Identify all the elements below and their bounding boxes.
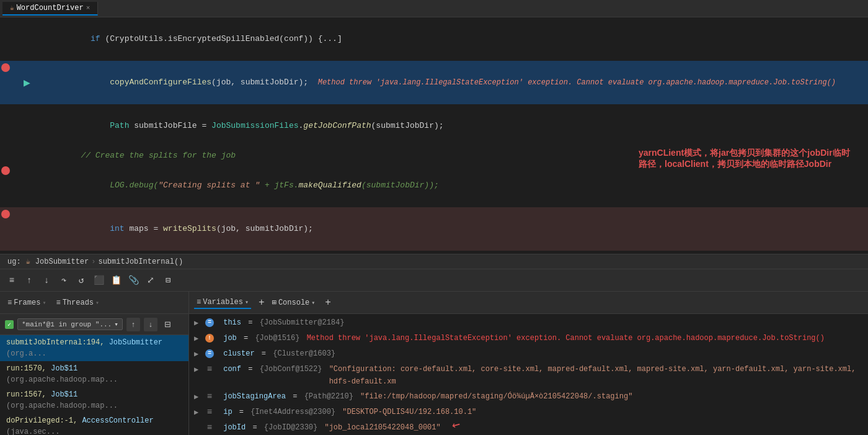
frame-item-1[interactable]: run:1570, Job$11 (org.apache.hadoop.map.…	[0, 361, 188, 387]
frame-item-0[interactable]: submitJobInternal:194, JobSubmitter (org…	[0, 335, 188, 361]
var-expander-job[interactable]: ▶	[194, 333, 203, 345]
breadcrumb-bar: ug: ☕ JobSubmitter › submitJobInternal()	[0, 254, 868, 269]
var-eq-ip: =	[235, 406, 249, 418]
code-content-highlighted: copyAndConfigureFiles(job, submitJobDir)…	[37, 61, 868, 104]
var-expander-this[interactable]: ▶	[194, 317, 203, 330]
code-line-7: conf.setInt(MRJobConfig.NUM_MAPS, maps);	[0, 251, 868, 254]
frames-tabs: ≡ Frames ▾ ≡ Threads ▾	[5, 297, 102, 308]
frames-toolbar: ≡ Frames ▾ ≡ Threads ▾	[0, 292, 188, 314]
var-item-this[interactable]: ▶ = this = {JobSubmitter@2184}	[189, 315, 868, 331]
code-line-1: if (CryptoUtils.isEncryptedSpillEnabled(…	[0, 17, 868, 61]
editor-tab-label: WordCountDriver	[17, 4, 84, 12]
var-item-cluster[interactable]: ▶ = cluster = {Cluster@1603}	[189, 346, 868, 362]
console-tab[interactable]: ⊞ Console ▾	[270, 297, 318, 308]
var-item-ip[interactable]: ▶ ≡ ip = {Inet4Address@2300} "DESKTOP-QD…	[189, 405, 868, 420]
var-item-jobid[interactable]: ▶ ≡ jobId = {JobID@2330} "job_local21054…	[189, 420, 868, 435]
var-error-job: Method threw 'java.lang.IllegalStateExce…	[307, 332, 825, 344]
code-content-7: conf.setInt(MRJobConfig.NUM_MAPS, maps);	[37, 251, 868, 254]
line-number-7	[0, 251, 36, 254]
debug-icon-extra1[interactable]: ⤢	[144, 274, 157, 287]
var-ref-jobid: {JobID@2330}	[264, 421, 322, 434]
code-content-3: Path submitJobFile = JobSubmissionFiles.…	[37, 104, 868, 148]
var-icon-conf: ≡	[205, 365, 214, 374]
breadcrumb-class: JobSubmitter	[35, 258, 89, 266]
debug-icon-refresh[interactable]: ↺	[74, 274, 88, 287]
var-icon-jobstaging: ≡	[205, 392, 214, 401]
variables-list: ▶ = this = {JobSubmitter@2184} ▶ ! job =…	[189, 314, 868, 435]
var-add-btn[interactable]: +	[259, 297, 265, 308]
debug-icon-step-over[interactable]: ↷	[57, 274, 71, 287]
var-icon-jobid: ≡	[205, 423, 214, 432]
line-number-5	[0, 164, 36, 177]
group-selector[interactable]: *main*@1 in group "... ▾	[17, 318, 123, 330]
variables-tab-label: Variables	[203, 298, 243, 307]
console-tab-label: Console	[278, 298, 309, 307]
variables-toolbar: ≡ Variables ▾ + ⊞ Console ▾ +	[189, 292, 868, 314]
active-indicator: ✓	[5, 320, 14, 329]
frame-item-2[interactable]: run:1567, Job$11 (org.apache.hadoop.map.…	[0, 387, 188, 413]
group-selector-text: *main*@1 in group "...	[22, 321, 112, 328]
line-number-2	[0, 61, 36, 74]
var-eq-job: =	[239, 332, 253, 344]
var-icon-job: !	[205, 334, 214, 343]
debug-icon-extra2[interactable]: ⊟	[161, 274, 175, 287]
var-name-jobid: jobId	[223, 421, 246, 434]
debug-icon-copy[interactable]: 📋	[109, 274, 123, 287]
line-number-1	[0, 17, 36, 31]
breakpoint-6	[1, 210, 10, 218]
debug-icon-down[interactable]: ↓	[40, 274, 53, 287]
nav-up-btn[interactable]: ↑	[126, 318, 140, 331]
var-ref-this: {JobSubmitter@2184}	[260, 316, 345, 329]
var-icon-cluster: =	[205, 349, 214, 358]
var-item-conf[interactable]: ▶ ≡ conf = {JobConf@1522} "Configuration…	[189, 362, 868, 389]
nav-down-btn[interactable]: ↓	[144, 318, 157, 331]
var-name-cluster: cluster	[223, 348, 254, 360]
code-content-5: LOG.debug("Creating splits at " + jtFs.m…	[37, 164, 868, 207]
var-expander-conf[interactable]: ▶	[194, 364, 203, 376]
var-icon-ip: ≡	[205, 408, 214, 416]
console-add-btn[interactable]: +	[325, 297, 331, 308]
frames-controls: ✓ *main*@1 in group "... ▾ ↑ ↓ ⊟	[0, 314, 188, 335]
var-eq-conf: =	[244, 363, 257, 375]
var-expander-jobstaging[interactable]: ▶	[194, 391, 203, 403]
var-str-jobstaging: "file:/tmp/hadoop/mapred/staging/Óö¾úµÄ×…	[360, 390, 632, 403]
var-name-ip: ip	[223, 406, 232, 418]
breadcrumb-separator-2: ›	[91, 258, 95, 266]
var-ref-conf: {JobConf@1522}	[260, 363, 327, 375]
var-expander-cluster[interactable]: ▶	[194, 348, 203, 361]
line-number-6	[0, 207, 36, 221]
var-name-job: job	[223, 332, 237, 344]
var-ref-jobstaging: {Path@2210}	[304, 390, 358, 403]
debug-icon-menu[interactable]: ≡	[5, 274, 19, 287]
code-line-4: // Create the splits for the job	[0, 148, 868, 164]
threads-tab[interactable]: ≡ Threads ▾	[53, 297, 102, 308]
frames-tab[interactable]: ≡ Frames ▾	[5, 297, 48, 308]
frames-tab-label: Frames	[14, 298, 40, 307]
filter-btn[interactable]: ⊟	[161, 318, 175, 331]
debug-icon-stop[interactable]: ⬛	[92, 274, 105, 287]
var-expander-ip[interactable]: ▶	[194, 406, 203, 419]
code-content-1: if (CryptoUtils.isEncryptedSpillEnabled(…	[37, 17, 868, 61]
var-eq-jobid: =	[248, 421, 262, 434]
code-line-3: Path submitJobFile = JobSubmissionFiles.…	[0, 104, 868, 148]
var-eq-cluster: =	[257, 348, 271, 360]
var-item-jobstaging[interactable]: ▶ ≡ jobStagingArea = {Path@2210} "file:/…	[189, 389, 868, 405]
error-inline: Method threw 'java.lang.IllegalStateExce…	[318, 78, 836, 87]
breadcrumb-debugger-label: ug:	[7, 258, 21, 266]
frames-panel: ≡ Frames ▾ ≡ Threads ▾ ✓ *main*@1 in gro…	[0, 292, 189, 435]
code-line-highlighted: copyAndConfigureFiles(job, submitJobDir)…	[0, 61, 868, 104]
editor-tab-wordcountdriver[interactable]: ☕ WordCountDriver ×	[2, 2, 98, 16]
var-eq-this: =	[244, 316, 257, 329]
code-line-6: int maps = writeSplits(job, submitJobDir…	[0, 207, 868, 251]
var-eq-jobstaging: =	[288, 390, 302, 403]
debug-icon-pin[interactable]: 📎	[126, 274, 140, 287]
frame-item-3[interactable]: doPrivileged:-1, AccessController (java.…	[0, 413, 188, 435]
var-item-job[interactable]: ▶ ! job = {Job@1516} Method threw 'java.…	[189, 331, 868, 346]
code-content-4: // Create the splits for the job	[37, 148, 868, 164]
debug-icon-up[interactable]: ↑	[22, 274, 36, 287]
breakpoint-5	[1, 166, 10, 175]
code-content-6: int maps = writeSplits(job, submitJobDir…	[37, 207, 868, 251]
var-name-this: this	[223, 316, 241, 329]
variables-tab[interactable]: ≡ Variables ▾	[194, 297, 251, 309]
tab-close-btn[interactable]: ×	[86, 4, 91, 12]
